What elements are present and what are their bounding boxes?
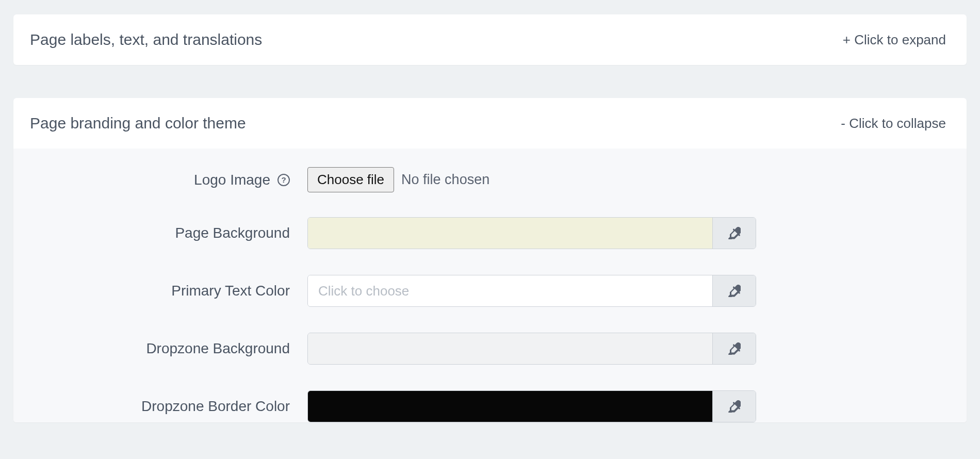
label-col-primary-text: Primary Text Color <box>34 283 307 299</box>
color-group-dropzone-border <box>307 390 756 422</box>
swatch-dropzone-border[interactable] <box>308 391 712 422</box>
eyedropper-icon <box>728 400 741 413</box>
choose-file-button[interactable]: Choose file <box>307 167 394 192</box>
picker-button-page-background[interactable] <box>712 218 756 249</box>
control-logo-image: Choose file No file chosen <box>307 167 756 192</box>
row-dropzone-background: Dropzone Background <box>34 333 946 365</box>
control-dropzone-border <box>307 390 756 422</box>
swatch-page-background[interactable] <box>308 218 712 249</box>
input-dropzone-background[interactable] <box>318 333 702 364</box>
label-col-page-background: Page Background <box>34 225 307 241</box>
label-col-logo: Logo Image ? <box>34 172 307 188</box>
input-primary-text-color[interactable] <box>318 275 702 306</box>
panel-page-labels-header[interactable]: Page labels, text, and translations + Cl… <box>13 14 967 65</box>
control-dropzone-background <box>307 333 756 365</box>
panel-page-labels-toggle[interactable]: + Click to expand <box>843 32 946 48</box>
picker-button-primary-text[interactable] <box>712 275 756 306</box>
eyedropper-icon <box>728 285 741 297</box>
panel-branding-title: Page branding and color theme <box>30 114 246 132</box>
panel-page-labels: Page labels, text, and translations + Cl… <box>13 14 967 65</box>
eyedropper-icon <box>728 342 741 355</box>
picker-button-dropzone-bg[interactable] <box>712 333 756 364</box>
color-group-primary-text <box>307 275 756 307</box>
row-logo-image: Logo Image ? Choose file No file chosen <box>34 167 946 192</box>
label-col-dropzone-bg: Dropzone Background <box>34 340 307 357</box>
input-dropzone-border-color[interactable] <box>318 391 702 422</box>
swatch-primary-text[interactable] <box>308 275 712 306</box>
input-page-background[interactable] <box>318 218 702 249</box>
label-page-background: Page Background <box>175 225 290 241</box>
color-group-dropzone-bg <box>307 333 756 365</box>
panel-branding: Page branding and color theme - Click to… <box>13 98 967 422</box>
control-page-background <box>307 217 756 249</box>
picker-button-dropzone-border[interactable] <box>712 391 756 422</box>
label-dropzone-background: Dropzone Background <box>146 340 290 357</box>
help-icon[interactable]: ? <box>277 174 290 186</box>
panel-branding-body: Logo Image ? Choose file No file chosen … <box>13 149 967 422</box>
panel-page-labels-title: Page labels, text, and translations <box>30 31 262 48</box>
label-dropzone-border-color: Dropzone Border Color <box>141 398 290 415</box>
eyedropper-icon <box>728 227 741 239</box>
label-primary-text-color: Primary Text Color <box>171 283 290 299</box>
label-col-dropzone-border: Dropzone Border Color <box>34 398 307 415</box>
row-dropzone-border: Dropzone Border Color <box>34 390 946 422</box>
color-group-page-background <box>307 217 756 249</box>
file-chosen-status: No file chosen <box>401 172 489 188</box>
panel-branding-header[interactable]: Page branding and color theme - Click to… <box>13 98 967 149</box>
row-page-background: Page Background <box>34 217 946 249</box>
panel-branding-toggle[interactable]: - Click to collapse <box>841 116 946 132</box>
row-primary-text-color: Primary Text Color <box>34 275 946 307</box>
control-primary-text-color <box>307 275 756 307</box>
swatch-dropzone-background[interactable] <box>308 333 712 364</box>
label-logo-image: Logo Image <box>194 172 270 188</box>
